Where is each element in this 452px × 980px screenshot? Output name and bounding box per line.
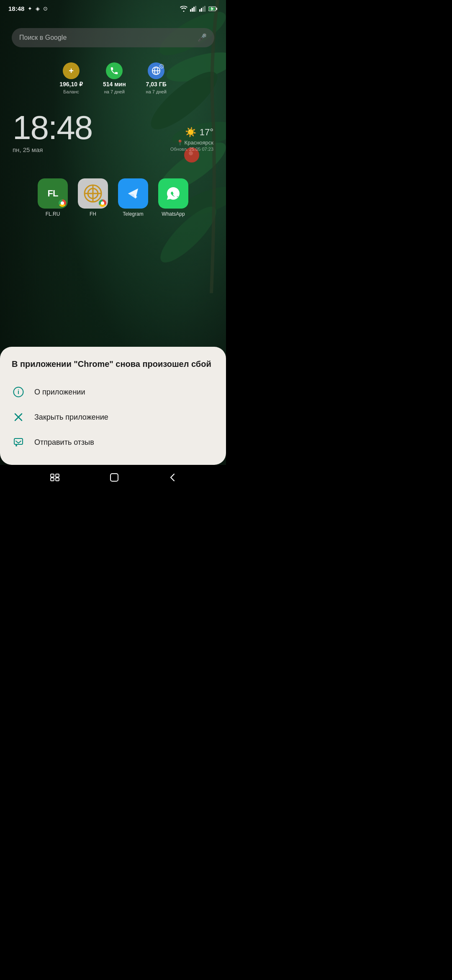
minutes-icon [106, 62, 123, 79]
app-row: FL FL.RU FH [0, 178, 226, 217]
balance-icon: + [63, 62, 80, 79]
svg-rect-43 [110, 474, 118, 481]
svg-rect-9 [190, 9, 191, 12]
svg-text:i: i [18, 389, 19, 395]
svg-rect-39 [51, 474, 54, 477]
close-app-icon [12, 410, 25, 424]
fh-label: FH [90, 211, 96, 217]
fh-icon [78, 178, 108, 209]
clock-section: 18:48 пн, 25 мая [13, 111, 92, 153]
send-feedback-label: Отправить отзыв [34, 438, 94, 447]
signal-icon [190, 6, 197, 12]
person-icon: ✦ [28, 5, 32, 12]
close-app-action[interactable]: Закрыть приложение [12, 405, 214, 430]
fl-ru-icon: FL [38, 178, 68, 209]
send-feedback-action[interactable]: Отправить отзыв [12, 430, 214, 455]
svg-rect-13 [199, 9, 200, 12]
svg-rect-12 [195, 6, 196, 12]
chrome-badge-fl [58, 199, 67, 208]
balance-value: 196,10 ₽ [59, 81, 83, 88]
svg-rect-41 [51, 478, 54, 481]
svg-point-38 [15, 445, 17, 446]
svg-rect-11 [193, 7, 195, 12]
app-item-fh[interactable]: FH [78, 178, 108, 217]
weather-section: ☀️ 17° 📍 Красноярск Обновл. 25.05 07:23 [170, 127, 213, 153]
search-placeholder: Поиск в Google [19, 34, 193, 41]
minutes-value: 514 мин [103, 81, 126, 88]
svg-rect-18 [216, 8, 218, 10]
minutes-label: на 7 дней [104, 89, 125, 94]
whatsapp-icon-wrapper [158, 178, 188, 209]
status-left: 18:48 ✦ ◈ ⊙ [8, 5, 48, 12]
carrier-item-data[interactable]: ⚙ 7,03 ГБ на 7 дней [146, 62, 167, 94]
carrier-item-balance[interactable]: + 196,10 ₽ Баланс [59, 62, 83, 94]
status-time: 18:48 [8, 5, 24, 12]
fl-ru-icon-wrapper: FL [38, 178, 68, 209]
back-button[interactable] [169, 473, 176, 482]
app-item-telegram[interactable]: Telegram [118, 178, 148, 217]
telegram-icon [118, 178, 148, 209]
fh-icon-wrapper [78, 178, 108, 209]
send-feedback-icon [12, 436, 25, 449]
svg-rect-42 [56, 478, 59, 481]
signal2-icon [199, 6, 206, 12]
telegram-label: Telegram [123, 211, 143, 217]
clock-weather-section: 18:48 пн, 25 мая ☀️ 17° 📍 Красноярск Обн… [0, 98, 226, 153]
nav-bar [0, 465, 226, 490]
app-item-fl-ru[interactable]: FL FL.RU [38, 178, 68, 217]
carrier-widget: + 196,10 ₽ Баланс 514 мин на 7 дней ⚙ 7,… [0, 62, 226, 94]
settings-corner-icon: ⚙ [159, 62, 164, 70]
app-item-whatsapp[interactable]: WhatsApp [158, 178, 188, 217]
about-app-icon: i [12, 385, 25, 399]
carrier-item-minutes[interactable]: 514 мин на 7 дней [103, 62, 126, 94]
location-icon: 📍 [177, 139, 183, 146]
whatsapp-logo-svg [164, 185, 182, 202]
about-app-label: О приложении [34, 388, 85, 397]
status-bar: 18:48 ✦ ◈ ⊙ [0, 0, 226, 15]
svg-rect-15 [203, 7, 204, 12]
about-app-action[interactable]: i О приложении [12, 379, 214, 405]
close-app-label: Закрыть приложение [34, 413, 108, 422]
data-label: на 7 дней [146, 89, 167, 94]
whatsapp-label: WhatsApp [162, 211, 185, 217]
data-value: 7,03 ГБ [146, 81, 167, 88]
svg-rect-10 [192, 8, 193, 12]
clock-time: 18:48 [13, 111, 92, 144]
home-button[interactable] [110, 473, 119, 482]
weather-city: 📍 Красноярск [170, 139, 213, 146]
weather-updated: Обновл. 25.05 07:23 [170, 147, 213, 152]
svg-rect-16 [204, 6, 205, 12]
crash-dialog: В приложении "Chrome" снова произошел сб… [0, 347, 226, 465]
fl-ru-label: FL.RU [46, 211, 60, 217]
whatsapp-icon [158, 178, 188, 209]
svg-rect-40 [56, 474, 59, 477]
shield-icon: ◈ [36, 5, 40, 12]
chrome-badge-fh [98, 199, 107, 208]
mic-icon[interactable]: 🎤 [198, 33, 207, 42]
status-right [180, 6, 218, 12]
wifi-icon [180, 6, 187, 12]
svg-rect-14 [201, 8, 202, 12]
balance-label: Баланс [63, 89, 79, 94]
weather-temperature: 17° [200, 127, 213, 138]
recent-apps-button[interactable] [50, 474, 59, 481]
crash-dialog-title: В приложении "Chrome" снова произошел сб… [12, 358, 214, 369]
telegram-icon-wrapper [118, 178, 148, 209]
search-bar[interactable]: Поиск в Google 🎤 [12, 28, 214, 47]
shield2-icon: ⊙ [43, 5, 48, 12]
battery-icon [208, 6, 218, 11]
telegram-logo-svg [125, 185, 141, 202]
weather-top: ☀️ 17° [170, 127, 213, 138]
clock-date: пн, 25 мая [13, 146, 92, 153]
sun-icon: ☀️ [185, 127, 196, 138]
